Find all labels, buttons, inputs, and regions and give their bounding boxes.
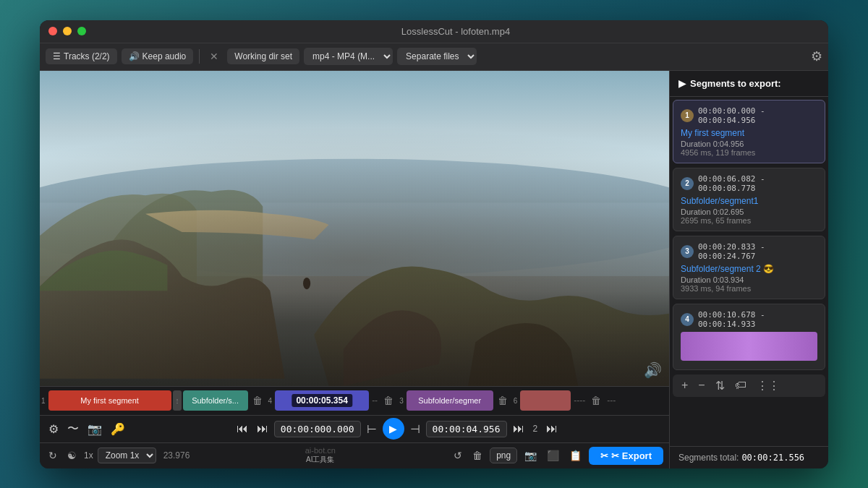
settings-button[interactable]: ⚙	[811, 48, 822, 64]
panel-header: ▶ Segments to export:	[670, 71, 828, 97]
seg6-trash[interactable]: 🗑	[588, 395, 604, 406]
timecode-start: 00:00:000.000	[274, 421, 361, 437]
segment-3-block[interactable]: Subfolder/segmer	[407, 390, 493, 411]
remove-segment-button[interactable]: −	[695, 377, 707, 393]
minimize-button[interactable]	[63, 27, 72, 35]
maximize-button[interactable]	[77, 27, 86, 35]
seg2-timerange: 00:00:06.082 - 00:00:08.778	[698, 174, 817, 193]
segment-6-block[interactable]	[520, 390, 571, 411]
segment-item-2[interactable]: 2 00:00:06.082 - 00:00:08.778 Subfolder/…	[673, 168, 825, 231]
timecode-end: 00:00:04.956	[426, 421, 507, 437]
segment-actions: + − ⇅ 🏷 ⋮⋮	[673, 374, 825, 397]
color-button[interactable]: ⬛	[544, 448, 562, 463]
tracks-button[interactable]: ☰ Tracks (2/2)	[46, 48, 117, 64]
panel-footer: Segments total: 00:00:21.556	[670, 446, 828, 468]
audio-icon: 🔊	[129, 51, 140, 61]
seg-dots-2: ----	[572, 395, 587, 406]
seg1-handle[interactable]: ⋮	[173, 390, 182, 411]
add-segment-button[interactable]: +	[678, 377, 691, 393]
video-container[interactable]: 🔊	[40, 71, 669, 386]
working-dir-button[interactable]: Working dir set	[227, 48, 299, 64]
seg2-duration: Duration 0:02.695	[681, 207, 817, 216]
segment-4-block[interactable]: 00:00:05.354	[275, 390, 369, 411]
loop-button[interactable]: ↻	[46, 448, 60, 463]
key-button[interactable]: 🔑	[108, 421, 128, 437]
keep-audio-button[interactable]: 🔊 Keep audio	[122, 48, 194, 64]
toolbar-separator	[199, 49, 200, 64]
segment-item-1[interactable]: 1 00:00:00.000 - 00:00:04.956 My first s…	[673, 100, 825, 163]
seg4-preview	[681, 332, 817, 361]
seg1-num: 1	[40, 397, 47, 405]
screenshot-button[interactable]: 📷	[85, 421, 105, 437]
seg3-duration: Duration 0:03.934	[681, 275, 817, 284]
bottom-bar: ↻ ☯ 1x Zoom 1x 23.976 ai-bot.cnAI工具集 ↺ 🗑…	[40, 442, 669, 468]
skip-end-button[interactable]: ⏭	[543, 421, 561, 437]
yin-yang-button[interactable]: ☯	[64, 448, 80, 463]
right-panel: ▶ Segments to export: 1 00:00:00.000 - 0…	[669, 71, 828, 468]
prev-frame-button[interactable]: ⏭	[254, 421, 271, 437]
toolbar: ☰ Tracks (2/2) 🔊 Keep audio ✕ Working di…	[40, 43, 828, 71]
mark-out-button[interactable]: ⊣	[407, 421, 423, 437]
seg1-frames: 4956 ms, 119 frames	[681, 148, 817, 157]
seg2-name: Subfolder/segment1	[681, 196, 817, 206]
seg3-timerange: 00:00:20.833 - 00:00:24.767	[698, 242, 817, 261]
segment-list[interactable]: 1 00:00:00.000 - 00:00:04.956 My first s…	[670, 97, 828, 446]
waveform-button[interactable]: 〜	[64, 420, 82, 438]
video-frame: 🔊	[40, 71, 669, 386]
seg1-header: 1 00:00:00.000 - 00:00:04.956	[681, 106, 817, 125]
seg4-header: 4 00:00:10.678 - 00:00:14.933	[681, 310, 817, 329]
seg4-num: 4	[267, 397, 274, 405]
seg2-header: 2 00:00:06.082 - 00:00:08.778	[681, 174, 817, 193]
titlebar: LosslessCut - lofoten.mp4	[40, 20, 828, 43]
seg1-name: My first segment	[681, 128, 817, 138]
video-overlay	[40, 71, 669, 386]
volume-icon: 🔊	[644, 361, 662, 379]
tracks-icon: ☰	[53, 51, 61, 61]
seg1-badge: 1	[681, 109, 694, 122]
segment-track: 1 My first segment ⋮ Subfolder/s... 🗑 4 …	[40, 388, 669, 414]
seg2-trash[interactable]: 🗑	[250, 395, 265, 406]
timeline-area[interactable]: 1 My first segment ⋮ Subfolder/s... 🗑 4 …	[40, 386, 669, 415]
seg2-badge: 2	[681, 177, 694, 190]
skip-start-button[interactable]: ⏮	[234, 421, 251, 437]
format-select[interactable]: mp4 - MP4 (M...	[304, 48, 393, 65]
seg-dots-1: --	[370, 395, 379, 406]
working-dir-close[interactable]: ✕	[205, 49, 223, 64]
seg3-frames: 3933 ms, 94 frames	[681, 284, 817, 293]
total-label: Segments total:	[678, 453, 739, 463]
gear-ctrl-button[interactable]: ⚙	[46, 421, 61, 437]
undo-button[interactable]: ↺	[451, 448, 465, 463]
segment-item-4[interactable]: 4 00:00:10.678 - 00:00:14.933	[673, 304, 825, 370]
seg1-duration: Duration 0:04.956	[681, 140, 817, 148]
main-window: LosslessCut - lofoten.mp4 ☰ Tracks (2/2)…	[40, 20, 828, 468]
chevron-icon: ▶	[678, 78, 686, 89]
seg3-num: 3	[398, 397, 405, 405]
camera-button[interactable]: 📷	[522, 448, 540, 463]
format-button[interactable]: png	[490, 448, 517, 463]
seg1-timerange: 00:00:00.000 - 00:00:04.956	[698, 106, 817, 125]
segment-item-3[interactable]: 3 00:00:20.833 - 00:00:24.767 Subfolder/…	[673, 236, 825, 299]
zoom-select[interactable]: Zoom 1x	[98, 448, 156, 463]
seg3-header: 3 00:00:20.833 - 00:00:24.767	[681, 242, 817, 261]
output-select[interactable]: Separate files	[397, 48, 477, 65]
seg3-trash[interactable]: 🗑	[495, 395, 511, 406]
seg2-frames: 2695 ms, 65 frames	[681, 216, 817, 225]
export-button[interactable]: ✂ ✂ Export	[589, 447, 663, 465]
split-segment-button[interactable]: ⋮⋮	[754, 377, 783, 394]
next-frame-button[interactable]: ⏭	[510, 421, 527, 437]
play-button[interactable]: ▶	[383, 418, 404, 440]
page-num: 2	[530, 424, 541, 434]
delete-button[interactable]: 🗑	[469, 448, 485, 463]
swap-segments-button[interactable]: ⇅	[712, 377, 728, 394]
seg3-name: Subfolder/segment 2 😎	[681, 264, 817, 274]
segment-1-block[interactable]: My first segment	[48, 390, 171, 411]
mark-in-button[interactable]: ⊢	[364, 421, 380, 437]
tag-segment-button[interactable]: 🏷	[732, 377, 749, 393]
scissors-icon: ✂	[600, 450, 608, 461]
segment-2-block[interactable]: Subfolder/s...	[183, 390, 248, 411]
seg-dots-3: ---	[605, 395, 617, 406]
seg4-trash[interactable]: 🗑	[380, 395, 396, 406]
close-button[interactable]	[48, 27, 57, 35]
list-button[interactable]: 📋	[566, 448, 584, 463]
seg4-timerange: 00:00:10.678 - 00:00:14.933	[698, 310, 817, 329]
